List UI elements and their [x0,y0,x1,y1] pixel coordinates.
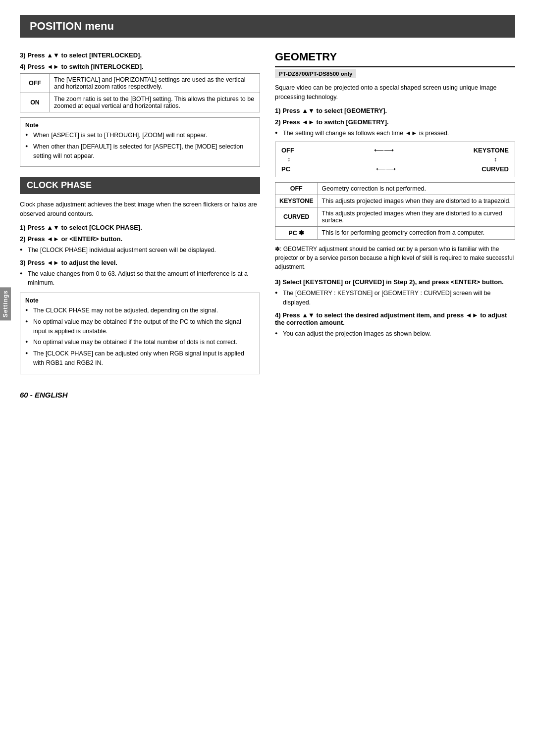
right-column: GEOMETRY PT-DZ8700/PT-DS8500 only Square… [275,48,515,379]
geo-keystone-desc: This adjusts projected images when they … [318,195,515,207]
geo-off-label: OFF [275,183,318,195]
interlocked-step3: 3) Press ▲▼ to select [INTERLOCKED]. 4) … [20,51,260,70]
on-desc: The zoom ratio is set to the [BOTH] sett… [50,93,260,112]
clock-phase-step3: 3) Press ◄► to adjust the level. [20,259,260,266]
off-label: OFF [20,74,50,93]
cp-note-3: No optimal value may be obtained if the … [25,338,255,347]
geo-off-desc: Geometry correction is not performed. [318,183,515,195]
flow-keystone: KEYSTONE [474,147,509,154]
geometry-table: OFF Geometry correction is not performed… [275,182,515,240]
note-label-1: Note [25,122,255,129]
clock-phase-step2: 2) Press ◄► or <ENTER> button. [20,235,260,243]
flow-arrow-top: ⟵⟶ [374,146,394,154]
geometry-flow-diagram: OFF ⟵⟶ KEYSTONE ↕ ↕ PC ⟵⟶ CURVED [275,142,515,177]
clock-phase-step2-bullet: The [CLOCK PHASE] individual adjustment … [20,246,260,255]
clock-phase-step1: 1) Press ▲▼ to select [CLOCK PHASE]. [20,224,260,231]
cp-note-2: No optimal value may be obtained if the … [25,317,255,336]
geometry-subtitle: PT-DZ8700/PT-DS8500 only [275,69,356,78]
interlocked-note-box: Note When [ASPECT] is set to [THROUGH], … [20,117,260,167]
geometry-header: GEOMETRY [275,48,515,67]
geometry-step4: 4) Press ▲▼ to select the desired adjust… [275,311,515,326]
geometry-step3: 3) Select [KEYSTONE] or [CURVED] in Step… [275,278,515,286]
clock-phase-step3-bullet: The value changes from 0 to 63. Adjust s… [20,269,260,288]
geo-curved-desc: This adjusts projected images when they … [318,207,515,227]
clock-phase-header: CLOCK PHASE [20,177,260,194]
settings-tab: Settings [0,287,11,320]
geometry-step1: 1) Press ▲▼ to select [GEOMETRY]. [275,107,515,114]
geo-pc-desc: This is for performing geometry correcti… [318,227,515,240]
geo-keystone-label: KEYSTONE [275,195,318,207]
off-desc: The [VERTICAL] and [HORIZONTAL] settings… [50,74,260,93]
clock-phase-intro: Clock phase adjustment achieves the best… [20,200,260,219]
flow-curved: CURVED [482,165,509,173]
flow-arrow-bottom: ⟵⟶ [376,165,396,173]
note-item-2: When other than [DEFAULT] is selected fo… [25,142,255,161]
note-label-2: Note [25,297,255,304]
cp-note-4: The [CLOCK PHASE] can be adjusted only w… [25,349,255,368]
left-column: 3) Press ▲▼ to select [INTERLOCKED]. 4) … [20,48,260,379]
geometry-step2: 2) Press ◄► to switch [GEOMETRY]. [275,118,515,126]
geo-pc-label: PC ✽ [275,227,318,240]
interlocked-table: OFF The [VERTICAL] and [HORIZONTAL] sett… [20,73,260,112]
asterisk-note: ✽: GEOMETRY adjustment should be carried… [275,245,515,271]
clock-phase-note-box: Note The CLOCK PHASE may not be adjusted… [20,293,260,374]
page-footer: 60 - ENGLISH [20,391,68,399]
cp-note-1: The CLOCK PHASE may not be adjusted, dep… [25,306,255,315]
note-item-1: When [ASPECT] is set to [THROUGH], [ZOOM… [25,131,255,140]
geometry-intro: Square video can be projected onto a spe… [275,83,515,102]
geometry-step4-bullet: You can adjust the projection images as … [275,329,515,339]
page-title: POSITION menu [20,15,515,38]
on-label: ON [20,93,50,112]
geometry-step3-bullet: The [GEOMETRY : KEYSTONE] or [GEOMETRY :… [275,289,515,307]
flow-off: OFF [281,147,294,154]
geo-curved-label: CURVED [275,207,318,227]
flow-pc: PC [281,165,290,173]
geometry-step2-bullet: The setting will change as follows each … [275,129,515,138]
